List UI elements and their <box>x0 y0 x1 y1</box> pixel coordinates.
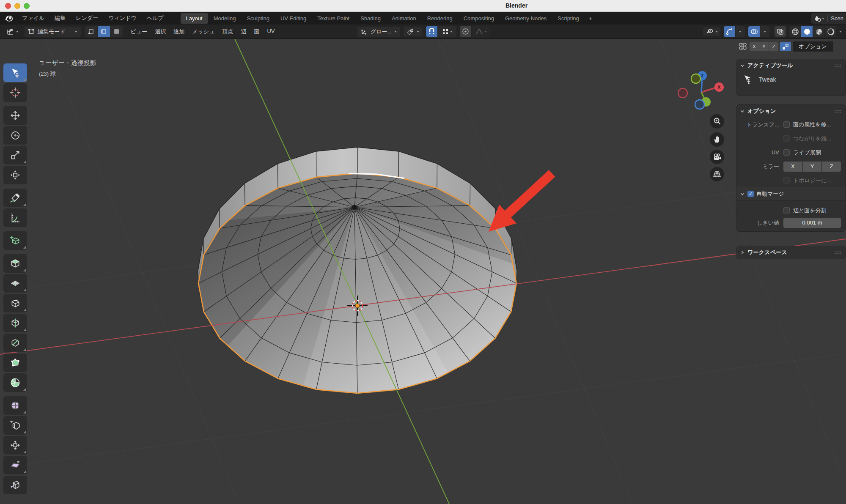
auto-merge-checkbox[interactable] <box>747 191 754 197</box>
tab-compositing[interactable]: Compositing <box>458 13 500 24</box>
menu-edit[interactable]: 編集 <box>49 13 71 24</box>
mirror-x-button[interactable]: X <box>750 42 759 51</box>
visibility-dropdown[interactable] <box>703 27 720 36</box>
gizmo-neg-x-axis[interactable] <box>678 88 687 98</box>
tab-geometry-nodes[interactable]: Geometry Nodes <box>500 13 552 24</box>
tab-scripting[interactable]: Scripting <box>552 13 585 24</box>
tool-add-cube-button[interactable] <box>3 231 27 250</box>
tool-annotate-button[interactable] <box>3 189 27 207</box>
gizmo-neg-y-axis[interactable] <box>691 74 700 83</box>
tool-extrude-region-button[interactable] <box>3 254 27 273</box>
tool-measure-button[interactable] <box>3 208 27 227</box>
tool-knife-button[interactable] <box>3 334 27 352</box>
shading-dropdown[interactable] <box>837 26 844 37</box>
mirror-z-button[interactable]: Z <box>769 42 778 51</box>
tool-tweak-button[interactable] <box>3 63 27 82</box>
falloff-dropdown[interactable] <box>472 26 490 37</box>
camera-view-button[interactable] <box>710 150 724 164</box>
tool-shrink-fatten-button[interactable] <box>3 436 27 455</box>
maximize-window-button[interactable] <box>24 3 30 9</box>
tool-spin-button[interactable] <box>3 373 27 392</box>
tab-animation[interactable]: Animation <box>386 13 422 24</box>
ortho-toggle-button[interactable] <box>710 167 724 181</box>
gizmo-neg-z-axis[interactable] <box>695 100 704 109</box>
tool-rotate-button[interactable] <box>3 126 27 145</box>
keep-connected-checkbox[interactable] <box>783 135 790 142</box>
menu-add[interactable]: 追加 <box>170 26 188 37</box>
tool-rip-region-button[interactable] <box>3 476 27 494</box>
threshold-value-field[interactable]: 0.001 m <box>783 218 841 228</box>
tool-move-button[interactable] <box>3 106 27 125</box>
xray-toggle[interactable] <box>775 26 786 37</box>
menu-face[interactable]: 面 <box>250 26 263 37</box>
menu-vertex[interactable]: 頂点 <box>218 26 237 37</box>
tab-sculpting[interactable]: Sculpting <box>241 13 275 24</box>
tool-smooth-button[interactable] <box>3 396 27 415</box>
minimize-window-button[interactable] <box>14 3 20 9</box>
mirror-z-button[interactable]: Z <box>822 162 841 172</box>
gizmo-dropdown[interactable] <box>736 26 745 37</box>
tool-poly-build-button[interactable] <box>3 353 27 372</box>
live-unwrap-checkbox[interactable] <box>783 149 790 156</box>
mirror-y-button[interactable]: Y <box>759 42 769 51</box>
tool-loop-cut-button[interactable] <box>3 314 27 332</box>
add-workspace-button[interactable]: + <box>585 14 597 23</box>
wireframe-shading-button[interactable] <box>789 26 801 37</box>
mirror-x-button[interactable]: X <box>783 162 802 172</box>
panel-grip-handle[interactable] <box>834 251 842 255</box>
rendered-shading-button[interactable] <box>825 26 836 37</box>
orientation-dropdown[interactable]: グロー... <box>357 27 400 37</box>
blender-logo-icon[interactable] <box>4 14 14 23</box>
mirror-y-button[interactable]: Y <box>803 162 822 172</box>
tab-uv-editing[interactable]: UV Editing <box>275 13 312 24</box>
menu-select[interactable]: 選択 <box>151 26 170 37</box>
face-select-button[interactable] <box>110 26 123 37</box>
auto-merge-subpanel-header[interactable]: 自動マージ <box>737 187 845 201</box>
overlays-dropdown[interactable] <box>760 26 769 37</box>
edit-options-toggle[interactable] <box>780 42 791 51</box>
navigation-gizmo[interactable]: Z X <box>678 71 724 109</box>
solid-shading-button[interactable] <box>801 26 813 37</box>
menu-window[interactable]: ウィンドウ <box>103 13 142 24</box>
panel-options-header[interactable]: オプション <box>737 105 845 118</box>
vertex-select-button[interactable] <box>85 26 97 37</box>
menu-mesh[interactable]: メッシュ <box>188 26 218 37</box>
menu-file[interactable]: ファイル <box>17 13 49 24</box>
tool-bevel-button[interactable] <box>3 294 27 312</box>
sidebar-tab-options[interactable]: オプション <box>793 41 833 52</box>
split-edges-checkbox[interactable] <box>783 207 790 214</box>
tool-cursor-button[interactable] <box>3 83 27 102</box>
panel-workspace-header[interactable]: ワークスペース <box>737 246 845 259</box>
close-window-button[interactable] <box>5 3 11 9</box>
tab-rendering[interactable]: Rendering <box>422 13 458 24</box>
tool-transform-button[interactable] <box>3 166 27 184</box>
menu-edge[interactable]: 辺 <box>237 26 250 37</box>
topology-mirror-checkbox[interactable] <box>783 177 790 184</box>
correct-face-attrs-checkbox[interactable] <box>783 121 790 128</box>
menu-help[interactable]: ヘルプ <box>142 13 169 24</box>
tool-shear-button[interactable] <box>3 456 27 474</box>
tool-edge-slide-button[interactable] <box>3 416 27 435</box>
snap-with-dropdown[interactable] <box>438 26 456 37</box>
viewport-3d[interactable]: Z X <box>0 39 846 504</box>
edge-select-button[interactable] <box>98 26 110 37</box>
active-tool-row[interactable]: Tweak <box>737 72 845 89</box>
tab-texture-paint[interactable]: Texture Paint <box>312 13 355 24</box>
panel-grip-handle[interactable] <box>834 64 842 68</box>
snap-toggle[interactable] <box>426 26 437 37</box>
pivot-dropdown[interactable] <box>404 27 423 36</box>
panel-grip-handle[interactable] <box>834 110 842 113</box>
zoom-button[interactable] <box>710 114 724 129</box>
menu-view[interactable]: ビュー <box>127 26 151 37</box>
tool-inset-faces-button[interactable] <box>3 274 27 293</box>
panel-active-tool-header[interactable]: アクティブツール <box>737 59 845 72</box>
tab-layout[interactable]: Layout <box>181 13 208 24</box>
tool-scale-button[interactable] <box>3 146 27 164</box>
tab-shading[interactable]: Shading <box>355 13 386 24</box>
mode-dropdown[interactable]: 編集モード <box>25 27 81 37</box>
pan-button[interactable] <box>710 132 724 147</box>
show-gizmo-toggle[interactable] <box>724 26 735 37</box>
tab-modeling[interactable]: Modeling <box>208 13 242 24</box>
show-overlays-toggle[interactable] <box>748 26 760 37</box>
material-shading-button[interactable] <box>813 26 824 37</box>
